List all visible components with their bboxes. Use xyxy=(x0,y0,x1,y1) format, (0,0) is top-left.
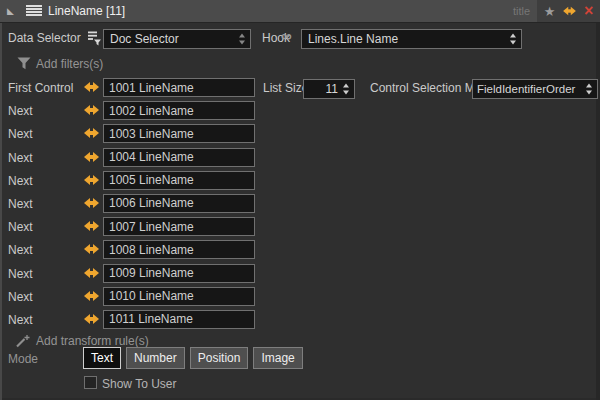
control-row: Next xyxy=(0,170,600,193)
spinner-arrows-icon[interactable] xyxy=(239,34,246,45)
control-row: Next xyxy=(0,239,600,262)
swap-arrows-icon[interactable] xyxy=(563,7,576,16)
control-value-input[interactable] xyxy=(103,240,255,259)
control-row: Next xyxy=(0,286,600,309)
control-value-input[interactable] xyxy=(103,264,255,283)
spinner-arrows-icon[interactable] xyxy=(510,34,517,45)
control-value-input[interactable] xyxy=(103,217,255,236)
control-value-input[interactable] xyxy=(103,310,255,329)
data-selector-label: Data Selector xyxy=(8,31,81,45)
spinner-arrows-icon[interactable] xyxy=(343,84,350,95)
control-value-input[interactable] xyxy=(103,124,255,143)
show-to-user-label: Show To User xyxy=(102,377,176,391)
control-selection-mode-value: FieldIdentifierOrder xyxy=(477,83,575,95)
control-row-label: Next xyxy=(8,174,33,188)
control-row-label: First Control xyxy=(8,81,73,95)
spinner-arrows-icon[interactable] xyxy=(586,84,593,95)
control-value-input[interactable] xyxy=(103,101,255,120)
star-icon[interactable]: ★ xyxy=(544,5,556,18)
control-selection-mode-combobox[interactable]: FieldIdentifierOrder xyxy=(472,79,598,99)
collapse-triangle-icon[interactable]: ◣ xyxy=(7,6,14,16)
control-row: Next xyxy=(0,193,600,216)
control-row-label: Next xyxy=(8,290,33,304)
hook-combobox[interactable]: Lines.Line Name xyxy=(301,29,522,49)
control-row-label: Next xyxy=(8,151,33,165)
control-rows: First Control Next Next Next Next N xyxy=(0,77,600,332)
swap-arrows-icon xyxy=(84,105,99,115)
titlebar-icon-well: ★ × xyxy=(537,0,600,22)
mode-button-group: Text Number Position Image xyxy=(83,347,303,369)
add-filters-button[interactable]: Add filters(s) xyxy=(36,57,103,71)
list-size-label: List Size xyxy=(263,81,308,95)
menu-icon[interactable] xyxy=(26,5,42,17)
control-row-label: Next xyxy=(8,104,33,118)
swap-arrows-icon xyxy=(84,291,99,301)
control-value-input[interactable] xyxy=(103,171,255,190)
control-row: Next xyxy=(0,123,600,146)
swap-arrows-icon xyxy=(84,314,99,324)
wand-icon xyxy=(15,334,30,348)
swap-arrows-icon xyxy=(84,268,99,278)
control-row-label: Next xyxy=(8,197,33,211)
control-value-input[interactable] xyxy=(103,194,255,213)
mode-button-text[interactable]: Text xyxy=(83,347,121,369)
swap-arrows-icon xyxy=(84,82,99,92)
swap-arrows-icon xyxy=(84,152,99,162)
control-row: Next xyxy=(0,263,600,286)
add-transform-rule-button[interactable]: Add transform rule(s) xyxy=(36,334,149,348)
titlebar: ◣ LineName [11] title ★ × xyxy=(0,0,600,23)
swap-arrows-icon xyxy=(84,198,99,208)
control-row: Next xyxy=(0,147,600,170)
control-value-input[interactable] xyxy=(103,148,255,167)
filter-funnel-icon xyxy=(17,57,31,70)
swap-arrows-icon xyxy=(84,244,99,254)
mode-button-number[interactable]: Number xyxy=(126,347,185,369)
swap-arrows-icon xyxy=(84,175,99,185)
control-row: Next xyxy=(0,100,600,123)
show-to-user-checkbox[interactable] xyxy=(84,376,97,389)
control-row-label: Next xyxy=(8,220,33,234)
panel-title: LineName [11] xyxy=(48,4,125,18)
control-row-label: Next xyxy=(8,313,33,327)
close-icon[interactable]: × xyxy=(584,4,593,18)
control-value-input[interactable] xyxy=(103,287,255,306)
data-selector-combobox[interactable]: Doc Selector xyxy=(103,29,251,49)
list-size-value: 11 xyxy=(326,82,338,96)
hook-value: Lines.Line Name xyxy=(308,32,398,46)
title-watermark: title xyxy=(513,5,530,17)
mode-button-image[interactable]: Image xyxy=(253,347,302,369)
hook-infinity-icon: ∞ xyxy=(281,27,292,44)
mode-label: Mode xyxy=(8,352,38,366)
doc-selector-icon xyxy=(87,30,102,46)
control-row-label: Next xyxy=(8,267,33,281)
swap-arrows-icon xyxy=(84,221,99,231)
control-row-label: Next xyxy=(8,127,33,141)
control-value-input[interactable] xyxy=(103,78,255,97)
swap-arrows-icon xyxy=(84,128,99,138)
control-row-label: Next xyxy=(8,243,33,257)
mode-button-position[interactable]: Position xyxy=(190,347,249,369)
data-selector-value: Doc Selector xyxy=(110,32,179,46)
linename-panel: ◣ LineName [11] title ★ × Data Selector … xyxy=(0,0,600,400)
list-size-stepper[interactable]: 11 xyxy=(303,79,355,99)
control-row: Next xyxy=(0,216,600,239)
control-row: Next xyxy=(0,309,600,332)
